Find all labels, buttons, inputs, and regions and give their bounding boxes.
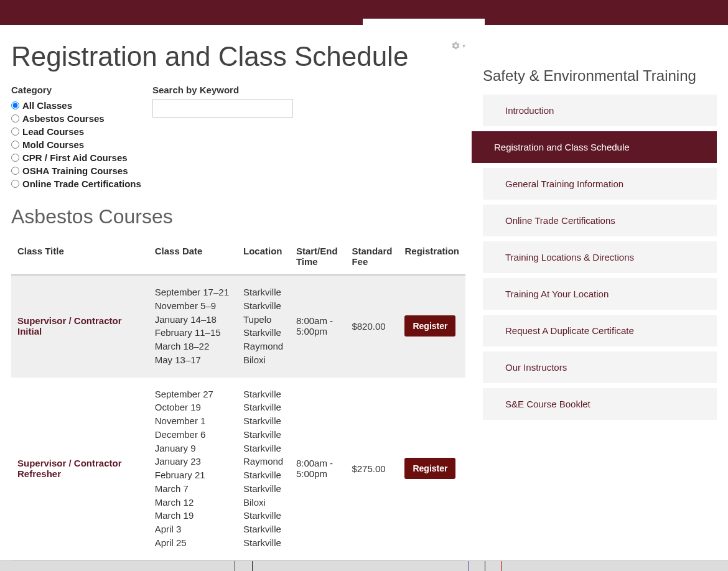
table-header: Class Date (149, 238, 237, 275)
class-fee: $820.00 (345, 275, 398, 377)
class-locations: Starkville Starkville Tupelo Starkville … (237, 275, 290, 377)
page-title: Registration and Class Schedule (11, 41, 445, 72)
class-locations: Starkville Starkville Starkville Starkvi… (237, 377, 290, 560)
category-option-label: Mold Courses (22, 138, 84, 151)
register-button[interactable]: Register (404, 315, 455, 337)
sidebar-item[interactable]: Online Trade Certifications (483, 205, 717, 236)
category-radio[interactable] (11, 167, 19, 175)
sidebar-item[interactable]: Training At Your Location (483, 278, 717, 310)
table-header: Registration (398, 238, 465, 275)
sidebar-item[interactable]: Our Instructors (483, 351, 717, 383)
register-button[interactable]: Register (404, 458, 455, 479)
sidebar-item[interactable]: Registration and Class Schedule (472, 131, 717, 163)
category-option-label: Online Trade Certifications (22, 177, 141, 190)
sidebar-item[interactable]: Introduction (483, 95, 717, 126)
sidebar-title: Safety & Environmental Training (483, 67, 717, 85)
sidebar-item[interactable]: Training Locations & Directions (483, 241, 717, 273)
class-title-link[interactable]: Supervisor / Contractor Initial (17, 315, 122, 337)
section-title: Asbestos Courses (11, 205, 465, 228)
page-settings-toggle[interactable]: ▾ (445, 37, 465, 50)
category-option[interactable]: Asbestos Courses (11, 112, 141, 125)
category-option-label: Asbestos Courses (22, 112, 105, 125)
category-option[interactable]: All Classes (11, 99, 141, 112)
category-option[interactable]: CPR / First Aid Courses (11, 151, 141, 164)
category-radio[interactable] (11, 180, 19, 188)
schedule-table: Class TitleClass DateLocationStart/End T… (11, 238, 465, 560)
category-filter: Category All ClassesAsbestos CoursesLead… (11, 85, 141, 190)
category-option-label: All Classes (22, 99, 72, 112)
table-header: Standard Fee (345, 238, 398, 275)
table-row: Supervisor / Contractor InitialSeptember… (11, 275, 465, 377)
search-filter: Search by Keyword (152, 85, 293, 190)
class-title-link[interactable]: Supervisor / Contractor Refresher (17, 458, 122, 479)
sidebar-item[interactable]: General Training Information (483, 168, 717, 200)
category-option-label: OSHA Training Courses (22, 164, 128, 177)
class-dates: September 27 October 19 November 1 Decem… (149, 377, 237, 560)
category-option-label: Lead Courses (22, 125, 84, 138)
category-radio[interactable] (11, 154, 19, 162)
top-bar-active-indicator (363, 19, 485, 25)
sidebar-item[interactable]: S&E Course Booklet (483, 388, 717, 420)
top-nav-bar (0, 0, 728, 25)
bottom-decorative-bar (0, 560, 728, 572)
category-radio[interactable] (11, 128, 19, 136)
class-dates: September 17–21 November 5–9 January 14–… (149, 275, 237, 377)
category-option[interactable]: Mold Courses (11, 138, 141, 151)
category-option[interactable]: Online Trade Certifications (11, 177, 141, 190)
category-option[interactable]: Lead Courses (11, 125, 141, 138)
sidebar-item[interactable]: Request A Duplicate Certificate (483, 315, 717, 346)
search-input[interactable] (152, 99, 293, 118)
table-header: Class Title (11, 238, 149, 275)
category-filter-label: Category (11, 85, 141, 95)
class-time: 8:00am - 5:00pm (290, 377, 346, 560)
table-row: Supervisor / Contractor RefresherSeptemb… (11, 377, 465, 560)
gear-icon (451, 41, 460, 50)
chevron-down-icon: ▾ (462, 42, 465, 49)
table-header: Location (237, 238, 290, 275)
table-header: Start/End Time (290, 238, 346, 275)
class-time: 8:00am - 5:00pm (290, 275, 346, 377)
class-fee: $275.00 (345, 377, 398, 560)
search-filter-label: Search by Keyword (152, 85, 293, 95)
category-radio[interactable] (11, 101, 19, 109)
category-radio[interactable] (11, 141, 19, 149)
category-option[interactable]: OSHA Training Courses (11, 164, 141, 177)
category-option-label: CPR / First Aid Courses (22, 151, 128, 164)
category-radio[interactable] (11, 114, 19, 123)
